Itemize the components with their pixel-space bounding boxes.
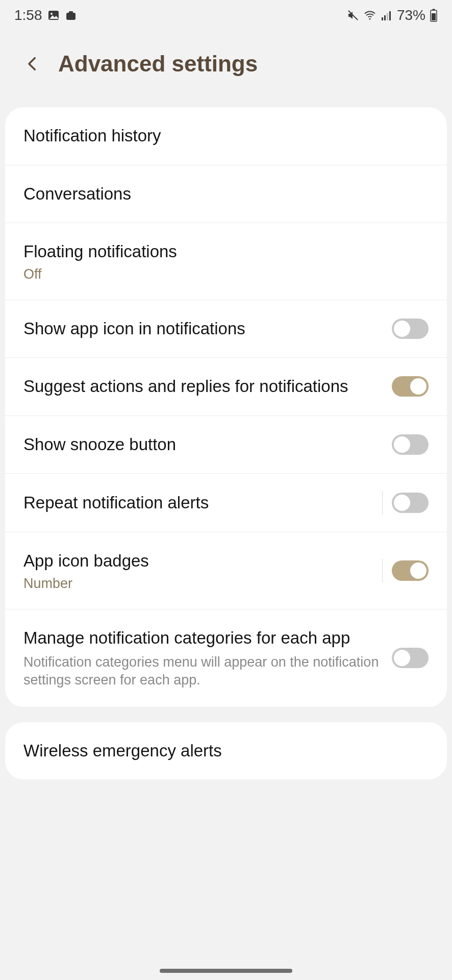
status-right: 73%: [347, 7, 438, 23]
row-app-icon-badges[interactable]: App icon badges Number: [5, 532, 447, 609]
back-button[interactable]: [22, 54, 43, 74]
settings-group-main: Notification history Conversations Float…: [5, 107, 447, 707]
row-show-app-icon[interactable]: Show app icon in notifications: [5, 300, 447, 358]
row-title: Repeat notification alerts: [23, 492, 372, 514]
toggle-repeat-alerts[interactable]: [392, 493, 429, 513]
divider-line: [382, 559, 383, 582]
toggle-app-icon-badges[interactable]: [392, 560, 429, 581]
row-repeat-alerts[interactable]: Repeat notification alerts: [5, 474, 447, 532]
battery-icon: [430, 9, 438, 22]
gesture-bar[interactable]: [160, 969, 292, 973]
svg-rect-2: [66, 13, 76, 20]
svg-point-1: [51, 13, 53, 15]
row-title: Floating notifications: [23, 240, 418, 263]
row-suggest-actions[interactable]: Suggest actions and replies for notifica…: [5, 358, 447, 416]
row-subtitle: Off: [23, 266, 418, 282]
page-title: Advanced settings: [58, 51, 258, 77]
mute-vibrate-icon: [347, 9, 359, 21]
chevron-left-icon: [24, 55, 41, 72]
row-title: Wireless emergency alerts: [23, 740, 418, 763]
toggle-show-snooze[interactable]: [392, 434, 429, 455]
toggle-manage-categories[interactable]: [392, 648, 429, 668]
svg-rect-7: [387, 13, 388, 20]
cellular-signal-icon: [381, 9, 393, 21]
toggle-suggest-actions[interactable]: [392, 376, 429, 397]
row-subtitle: Number: [23, 576, 372, 592]
row-title: Notification history: [23, 125, 418, 148]
status-left: 1:58: [14, 7, 77, 23]
toggle-show-app-icon[interactable]: [392, 318, 429, 339]
row-notification-history[interactable]: Notification history: [5, 107, 447, 165]
image-icon: [47, 9, 60, 21]
row-title: Show snooze button: [23, 433, 382, 456]
svg-point-4: [369, 18, 370, 20]
svg-rect-6: [384, 15, 386, 20]
row-title: Conversations: [23, 183, 418, 206]
wifi-icon: [363, 9, 376, 21]
row-title: Suggest actions and replies for notifica…: [23, 375, 382, 398]
divider-line: [382, 491, 383, 514]
row-title: Manage notification categories for each …: [23, 627, 382, 650]
row-description: Notification categories menu will appear…: [23, 653, 382, 689]
row-floating-notifications[interactable]: Floating notifications Off: [5, 223, 447, 300]
row-manage-categories[interactable]: Manage notification categories for each …: [5, 609, 447, 707]
row-conversations[interactable]: Conversations: [5, 165, 447, 224]
page-header: Advanced settings: [0, 31, 452, 107]
settings-group-emergency: Wireless emergency alerts: [5, 722, 447, 780]
status-bar: 1:58 73%: [0, 0, 452, 31]
row-show-snooze[interactable]: Show snooze button: [5, 416, 447, 474]
row-title: App icon badges: [23, 550, 372, 573]
row-wireless-emergency[interactable]: Wireless emergency alerts: [5, 722, 447, 780]
status-battery-pct: 73%: [397, 7, 425, 23]
status-time: 1:58: [14, 7, 42, 23]
svg-rect-8: [389, 11, 391, 20]
svg-rect-5: [382, 17, 383, 20]
row-title: Show app icon in notifications: [23, 317, 382, 340]
svg-rect-11: [432, 13, 436, 20]
svg-rect-10: [433, 9, 435, 11]
briefcase-icon: [65, 9, 77, 21]
